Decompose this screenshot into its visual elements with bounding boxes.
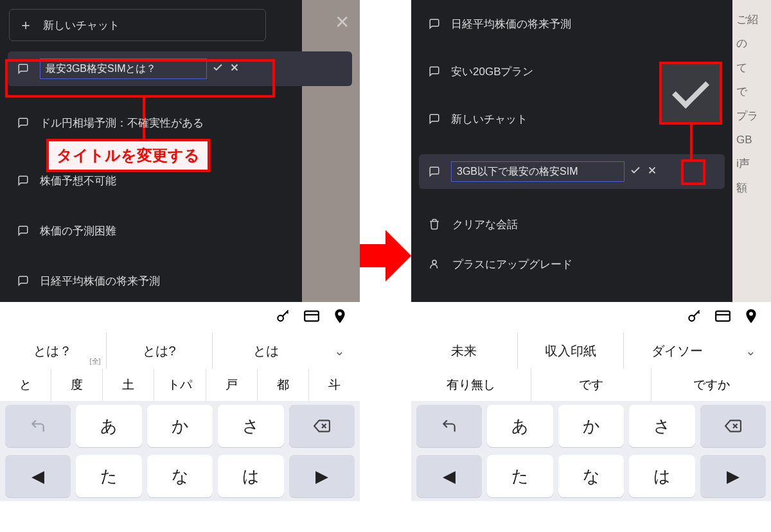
chat-item-label: 日経平均株価の将来予測: [40, 274, 160, 288]
candidate[interactable]: 有り無し: [411, 369, 531, 401]
candidate[interactable]: 土: [102, 369, 154, 401]
new-chat-button[interactable]: ＋ 新しいチャット: [9, 9, 266, 41]
bg-text: プラ: [736, 104, 758, 128]
confirm-icon[interactable]: [212, 62, 224, 76]
kana-key[interactable]: あ: [76, 405, 141, 447]
chat-item[interactable]: ドル円相場予測：不確実性がある: [0, 104, 360, 141]
suggestion-row: とは？ とは? とは ⌄: [0, 333, 360, 369]
left-key[interactable]: ◀: [416, 455, 482, 497]
keyboard-row: あ か さ: [0, 401, 360, 451]
chat-sidebar: ご紹 の て で プラ GB i声 額 日経平均株価の将来予測 安い20GBプラ…: [411, 0, 771, 302]
kana-key[interactable]: た: [76, 455, 141, 497]
chat-icon: [428, 65, 441, 78]
card-icon[interactable]: [714, 308, 731, 327]
candidate[interactable]: 都: [257, 369, 308, 401]
kana-key[interactable]: は: [629, 455, 695, 497]
suggestion[interactable]: とは？: [0, 333, 106, 369]
background-sliver: 限: [302, 0, 360, 302]
chat-item-label: 日経平均株価の将来予測: [451, 17, 571, 31]
chat-icon: [17, 224, 30, 237]
chevron-down-icon[interactable]: ⌄: [319, 333, 360, 369]
candidate[interactable]: トパ: [154, 369, 205, 401]
new-chat-label: 新しいチャット: [43, 18, 120, 33]
chat-icon: [428, 112, 441, 125]
transition-arrow: [360, 230, 411, 281]
candidate-row: 有り無し です ですか: [411, 369, 771, 401]
location-icon[interactable]: [743, 308, 759, 327]
close-icon[interactable]: ✕: [335, 12, 350, 33]
candidate[interactable]: 斗: [308, 369, 360, 401]
undo-key[interactable]: [5, 405, 71, 447]
kana-key[interactable]: な: [558, 455, 624, 497]
suggestion[interactable]: とは?: [106, 333, 213, 369]
chat-item-label: ドル円相場予測：不確実性がある: [40, 116, 204, 130]
candidate[interactable]: と: [0, 369, 51, 401]
backspace-key[interactable]: [289, 405, 355, 447]
bg-text: i声: [736, 152, 750, 175]
menu-label: クリアな会話: [452, 217, 518, 232]
confirm-icon[interactable]: [630, 164, 641, 179]
key-icon[interactable]: [275, 308, 292, 327]
kana-key[interactable]: は: [218, 455, 283, 497]
kana-key[interactable]: あ: [487, 405, 553, 447]
highlight-connector: [690, 125, 693, 161]
chat-item[interactable]: 日経平均株価の将来予測: [411, 5, 732, 42]
suggestion-row: 未来 収入印紙 ダイソー ⌄: [411, 333, 771, 369]
keyboard-row: ◀ た な は ▶: [0, 451, 360, 501]
bg-text: で: [736, 80, 747, 103]
bg-text: て: [736, 56, 747, 80]
key-icon[interactable]: [686, 308, 703, 327]
chat-item[interactable]: 株価の予測困難: [0, 212, 360, 249]
confirm-zoom-preview: [662, 64, 720, 122]
kana-key[interactable]: た: [487, 455, 553, 497]
candidate[interactable]: 戸: [206, 369, 257, 401]
cancel-icon[interactable]: [229, 62, 240, 76]
bg-text: GB: [736, 128, 752, 152]
chat-item[interactable]: 日経平均株価の将来予測: [0, 262, 360, 299]
kana-key[interactable]: な: [147, 455, 213, 497]
upgrade-plus[interactable]: プラスにアップグレード: [411, 244, 732, 284]
candidate[interactable]: です: [531, 369, 651, 401]
location-icon[interactable]: [332, 308, 348, 327]
title-edit-input[interactable]: [451, 161, 625, 182]
backspace-key[interactable]: [700, 405, 766, 447]
suggestion[interactable]: 収入印紙: [517, 333, 624, 369]
trash-icon: [428, 218, 441, 231]
kana-key[interactable]: さ: [629, 405, 695, 447]
suggestion[interactable]: 未来: [411, 333, 517, 369]
chat-sidebar: 限 ＋ 新しいチャット ✕ タイトルを変更する ドル円相場予測：不確実性がある: [0, 0, 360, 302]
right-key[interactable]: ▶: [700, 455, 766, 497]
chat-item[interactable]: 株価予想不可能: [0, 162, 360, 199]
candidate-row: と 度 土 トパ 戸 都 斗: [0, 369, 360, 401]
clear-conversations[interactable]: クリアな会話: [411, 204, 732, 244]
svg-point-10: [689, 315, 695, 321]
chat-icon: [17, 62, 30, 75]
person-icon: [428, 258, 441, 270]
svg-rect-3: [305, 311, 319, 321]
chat-icon: [428, 17, 441, 30]
card-icon[interactable]: [303, 308, 320, 327]
suggestion[interactable]: とは: [212, 333, 319, 369]
svg-point-9: [432, 260, 436, 264]
chevron-down-icon[interactable]: ⌄: [730, 333, 771, 369]
left-key[interactable]: ◀: [5, 455, 71, 497]
chat-item-label: 株価の予測困難: [40, 224, 116, 238]
candidate[interactable]: ですか: [651, 369, 771, 401]
chat-icon: [17, 274, 30, 287]
kana-key[interactable]: か: [558, 405, 624, 447]
kana-key[interactable]: か: [147, 405, 213, 447]
right-screenshot: ご紹 の て で プラ GB i声 額 日経平均株価の将来予測 安い20GBプラ…: [411, 0, 771, 532]
kana-key[interactable]: さ: [218, 405, 283, 447]
svg-rect-11: [716, 311, 730, 321]
cancel-icon[interactable]: [646, 164, 658, 179]
candidate[interactable]: 度: [51, 369, 102, 401]
keyboard-row: ◀ た な は ▶: [411, 451, 771, 501]
chat-item-editing: [419, 154, 725, 189]
right-key[interactable]: ▶: [289, 455, 355, 497]
chat-icon: [428, 165, 441, 178]
undo-key[interactable]: [416, 405, 482, 447]
title-edit-input[interactable]: [40, 58, 207, 79]
suggestion[interactable]: ダイソー: [623, 333, 730, 369]
chat-icon: [17, 174, 30, 187]
menu-label: プラスにアップグレード: [452, 257, 572, 272]
